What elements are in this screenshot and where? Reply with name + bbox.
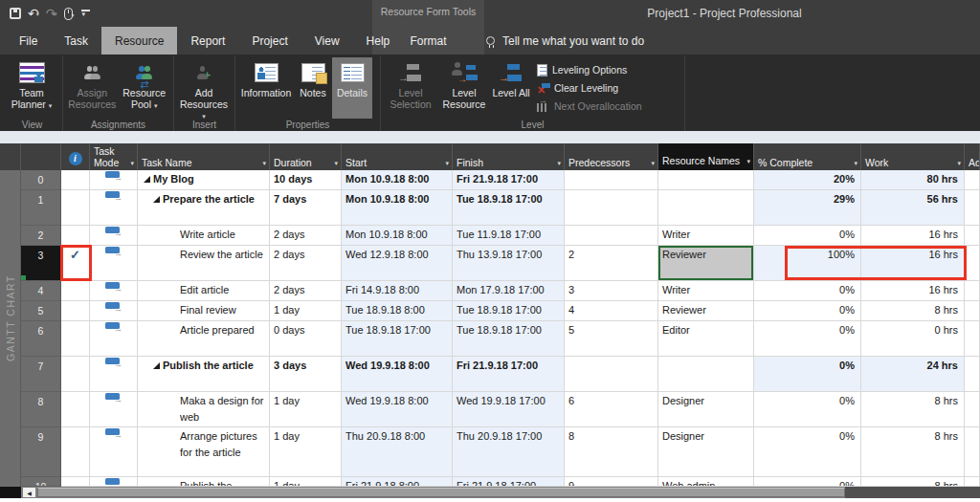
touch-mouse-mode-button[interactable]: ▾ xyxy=(64,8,75,20)
notes-button[interactable]: Notes xyxy=(294,57,332,119)
cell-resource-names[interactable]: Writer xyxy=(658,226,754,246)
cell-start[interactable]: Fri 14.9.18 8:00 xyxy=(342,281,453,301)
add-resources-button[interactable]: + Add Resources ▾ xyxy=(177,57,231,122)
cell-indicator[interactable] xyxy=(61,190,90,226)
tab-file[interactable]: File xyxy=(6,27,51,55)
cell-duration[interactable]: 1 day xyxy=(270,301,342,321)
cell-task-name[interactable]: Write article xyxy=(138,226,270,246)
cell-start[interactable]: Mon 10.9.18 8:00 xyxy=(342,190,453,226)
column-header--complete[interactable]: % Complete▾ xyxy=(754,143,861,170)
cell-add-new-column[interactable] xyxy=(965,392,980,427)
cell-predecessors[interactable]: 3 xyxy=(565,281,658,301)
filter-dropdown-icon[interactable]: ▾ xyxy=(334,158,338,169)
cell-resource-names[interactable]: Editor xyxy=(658,321,754,357)
tab-project[interactable]: Project xyxy=(238,27,301,55)
cell-duration[interactable]: 1 day xyxy=(270,392,342,427)
cell-task-name[interactable]: Edit article xyxy=(138,281,270,301)
level-all-button[interactable]: → Level All xyxy=(491,57,531,119)
filter-dropdown-icon[interactable]: ▾ xyxy=(746,156,750,167)
cell-task-mode[interactable] xyxy=(90,392,138,427)
cell-work[interactable]: 56 hrs xyxy=(861,190,965,226)
cell-percent-complete[interactable]: 0% xyxy=(754,477,861,487)
cell-task-mode[interactable] xyxy=(90,301,138,321)
cell-finish[interactable]: Tue 18.9.18 17:00 xyxy=(453,190,565,226)
customize-qat-button[interactable] xyxy=(81,10,90,18)
save-icon[interactable] xyxy=(10,8,21,19)
cell-add-new-column[interactable] xyxy=(965,301,980,321)
filter-dropdown-icon[interactable]: ▾ xyxy=(262,158,266,169)
cell-resource-names[interactable]: Reviewer xyxy=(658,301,754,321)
cell-indicator[interactable] xyxy=(61,392,90,427)
cell-add-new-column[interactable] xyxy=(965,427,980,477)
cell-indicator[interactable] xyxy=(61,281,90,301)
collapse-triangle-icon[interactable] xyxy=(153,196,160,203)
next-overallocation-button[interactable]: Next Overallocation xyxy=(537,98,642,114)
cell-add-new-column[interactable] xyxy=(965,477,980,487)
cell-resource-names[interactable] xyxy=(658,357,754,392)
tab-report[interactable]: Report xyxy=(177,27,238,55)
cell-task-name[interactable]: Publish the xyxy=(138,477,270,487)
cell-resource-names[interactable]: Reviewer xyxy=(658,246,754,281)
cell-add-new-column[interactable] xyxy=(965,357,980,392)
cell-finish[interactable]: Fri 21.9.18 17:00 xyxy=(453,357,565,392)
row-number[interactable]: 7 xyxy=(21,357,61,392)
filter-dropdown-icon[interactable]: ▾ xyxy=(957,158,961,169)
cell-duration[interactable]: 1 day xyxy=(270,427,342,477)
cell-work[interactable]: 8 hrs xyxy=(861,301,965,321)
leveling-options-button[interactable]: Leveling Options xyxy=(537,62,642,77)
cell-predecessors[interactable]: 4 xyxy=(565,301,658,321)
cell-finish[interactable]: Tue 11.9.18 17:00 xyxy=(453,226,565,246)
row-number[interactable]: 4 xyxy=(21,281,61,301)
tab-resource[interactable]: Resource xyxy=(101,27,177,55)
cell-task-mode[interactable] xyxy=(90,246,138,281)
details-button[interactable]: Details xyxy=(332,57,372,119)
cell-percent-complete[interactable]: 0% xyxy=(754,226,861,246)
cell-finish[interactable]: Mon 17.9.18 17:00 xyxy=(453,281,565,301)
cell-duration[interactable]: 2 days xyxy=(270,226,342,246)
cell-resource-names[interactable]: Web admin xyxy=(658,477,754,487)
resource-pool-button[interactable]: ⇄ Resource Pool ▾ xyxy=(119,57,171,119)
cell-percent-complete[interactable]: 0% xyxy=(754,301,861,321)
cell-task-mode[interactable] xyxy=(90,357,138,392)
row-number[interactable]: 5 xyxy=(21,301,61,321)
undo-button[interactable]: ↶▾ xyxy=(28,7,39,20)
collapse-triangle-icon[interactable] xyxy=(144,176,150,183)
cell-duration[interactable]: 1 day xyxy=(270,477,342,487)
cell-finish[interactable]: Thu 13.9.18 17:00 xyxy=(453,246,565,281)
row-number[interactable]: 0 xyxy=(21,170,61,190)
cell-predecessors[interactable]: 6 xyxy=(565,392,658,427)
cell-finish[interactable]: Thu 20.9.18 17:00 xyxy=(453,427,565,477)
column-header-predecessors[interactable]: Predecessors▾ xyxy=(565,143,658,170)
cell-predecessors[interactable] xyxy=(565,357,658,392)
cell-task-mode[interactable] xyxy=(90,190,138,226)
cell-predecessors[interactable] xyxy=(565,226,658,246)
cell-start[interactable]: Mon 10.9.18 8:00 xyxy=(342,170,453,190)
cell-predecessors[interactable]: 8 xyxy=(565,427,658,477)
cell-resource-names[interactable]: Writer xyxy=(658,281,754,301)
tab-task[interactable]: Task xyxy=(51,27,101,55)
cell-task-name[interactable]: Review the article xyxy=(138,246,270,281)
cell-add-new-column[interactable] xyxy=(965,170,980,190)
cell-percent-complete[interactable]: 29% xyxy=(754,190,861,226)
cell-indicator[interactable] xyxy=(61,427,90,477)
cell-resource-names[interactable]: Designer xyxy=(658,392,754,427)
cell-resource-names[interactable] xyxy=(658,170,754,190)
cell-duration[interactable]: 0 days xyxy=(270,321,342,357)
scrollbar-track-dark[interactable] xyxy=(845,487,980,498)
cell-finish[interactable]: Fri 21.9.18 17:00 xyxy=(453,477,565,487)
cell-percent-complete[interactable]: 0% xyxy=(754,427,861,477)
cell-work[interactable]: 0 hrs xyxy=(861,321,965,357)
row-number[interactable]: 6 xyxy=(21,321,61,357)
cell-work[interactable]: 24 hrs xyxy=(861,357,965,392)
cell-add-new-column[interactable] xyxy=(965,190,980,226)
cell-finish[interactable]: Wed 19.9.18 17:00 xyxy=(453,392,565,427)
cell-start[interactable]: Wed 12.9.18 8:00 xyxy=(342,246,453,281)
cell-task-name[interactable]: Publish the article xyxy=(138,357,270,392)
cell-start[interactable]: Tue 18.9.18 8:00 xyxy=(342,301,453,321)
column-header-resource-names[interactable]: Resource Names▾ xyxy=(658,143,754,170)
cell-work[interactable]: 8 hrs xyxy=(861,477,965,487)
cell-indicator[interactable] xyxy=(61,477,90,487)
cell-work[interactable]: 8 hrs xyxy=(861,427,965,477)
horizontal-scrollbar[interactable]: ◀ xyxy=(21,487,980,498)
cell-task-mode[interactable] xyxy=(90,321,138,357)
